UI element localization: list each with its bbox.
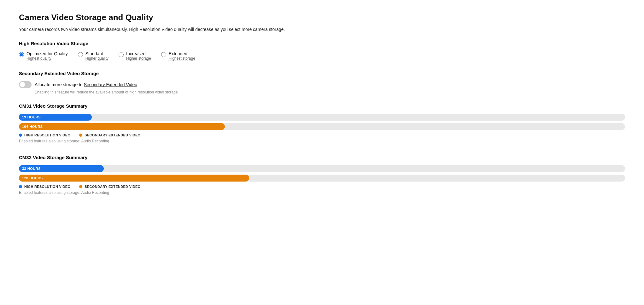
cm32-high-res-bar-label: 33 HOURS xyxy=(22,167,41,170)
cm31-legend-high-res-label: HIGH RESOLUTION VIDEO xyxy=(24,133,70,137)
page-title: Camera Video Storage and Quality xyxy=(19,13,625,22)
radio-group-high-res: Optimized for Quality Highest quality St… xyxy=(19,51,625,61)
radio-label-standard-main: Standard xyxy=(85,51,108,56)
cm31-secondary-bar: 104 HOURS xyxy=(19,123,225,130)
toggle-sublabel: Enabling this feature will reduce the av… xyxy=(35,90,625,94)
cm32-summary-section: CM32 Video Storage Summary 33 HOURS 120 … xyxy=(19,155,625,195)
radio-label-quality-sub: Highest quality xyxy=(26,56,68,61)
cm31-summary-section: CM31 Video Storage Summary 19 HOURS 104 … xyxy=(19,103,625,143)
cm31-secondary-bar-label: 104 HOURS xyxy=(22,125,43,129)
radio-label-increased-sub: Higher storage xyxy=(126,56,151,61)
cm32-high-res-bar: 33 HOURS xyxy=(19,165,104,172)
cm31-enabled-features: Enabled features also using storage: Aud… xyxy=(19,139,625,143)
cm32-legend-dot-blue xyxy=(19,185,22,188)
toggle-row: Allocate more storage to Secondary Exten… xyxy=(19,81,625,88)
radio-label-standard-sub: Higher quality xyxy=(85,56,108,61)
cm32-legend-high-res: HIGH RESOLUTION VIDEO xyxy=(19,185,70,188)
radio-input-extended[interactable] xyxy=(161,52,166,57)
cm31-high-res-bar: 19 HOURS xyxy=(19,114,92,121)
toggle-label-text: Allocate more storage to xyxy=(35,82,83,87)
radio-input-increased[interactable] xyxy=(119,52,124,57)
radio-input-standard[interactable] xyxy=(78,52,83,57)
radio-option-increased[interactable]: Increased Higher storage xyxy=(119,51,151,61)
radio-option-extended[interactable]: Extended Highest storage xyxy=(161,51,195,61)
radio-option-standard[interactable]: Standard Higher quality xyxy=(78,51,108,61)
cm32-enabled-features: Enabled features also using storage: Aud… xyxy=(19,190,625,195)
page-description: Your camera records two video streams si… xyxy=(19,27,625,32)
cm32-summary-title: CM32 Video Storage Summary xyxy=(19,155,625,160)
radio-option-quality[interactable]: Optimized for Quality Highest quality xyxy=(19,51,68,61)
cm31-legend: HIGH RESOLUTION VIDEO SECONDARY EXTENDED… xyxy=(19,133,625,137)
cm31-high-res-bar-label: 19 HOURS xyxy=(22,115,41,119)
cm32-secondary-bar-label: 120 HOURS xyxy=(22,176,43,180)
radio-label-extended-sub: Highest storage xyxy=(169,56,195,61)
radio-label-increased-main: Increased xyxy=(126,51,151,56)
cm32-legend-secondary-label: SECONDARY EXTENDED VIDEO xyxy=(85,185,140,188)
secondary-section-title: Secondary Extended Video Storage xyxy=(19,71,625,76)
cm31-secondary-bar-container: 104 HOURS xyxy=(19,123,625,130)
cm31-summary-title: CM31 Video Storage Summary xyxy=(19,103,625,109)
cm32-legend-high-res-label: HIGH RESOLUTION VIDEO xyxy=(24,185,70,188)
cm32-legend: HIGH RESOLUTION VIDEO SECONDARY EXTENDED… xyxy=(19,185,625,188)
cm31-legend-dot-blue xyxy=(19,134,22,137)
cm31-legend-secondary: SECONDARY EXTENDED VIDEO xyxy=(79,133,140,137)
high-res-section-title: High Resolution Video Storage xyxy=(19,41,625,46)
secondary-storage-toggle[interactable] xyxy=(19,81,32,88)
radio-label-extended-main: Extended xyxy=(169,51,195,56)
cm32-legend-secondary: SECONDARY EXTENDED VIDEO xyxy=(79,185,140,188)
cm31-legend-secondary-label: SECONDARY EXTENDED VIDEO xyxy=(85,133,140,137)
cm32-legend-dot-orange xyxy=(79,185,82,188)
cm31-legend-dot-orange xyxy=(79,134,82,137)
radio-input-quality[interactable] xyxy=(19,52,24,57)
cm32-high-res-bar-container: 33 HOURS xyxy=(19,165,625,172)
cm32-secondary-bar-container: 120 HOURS xyxy=(19,175,625,182)
radio-label-quality-main: Optimized for Quality xyxy=(26,51,68,56)
cm31-high-res-bar-container: 19 HOURS xyxy=(19,114,625,121)
cm32-secondary-bar: 120 HOURS xyxy=(19,175,249,182)
toggle-label: Allocate more storage to Secondary Exten… xyxy=(35,82,137,87)
toggle-label-link: Secondary Extended Video xyxy=(84,82,137,87)
cm31-legend-high-res: HIGH RESOLUTION VIDEO xyxy=(19,133,70,137)
